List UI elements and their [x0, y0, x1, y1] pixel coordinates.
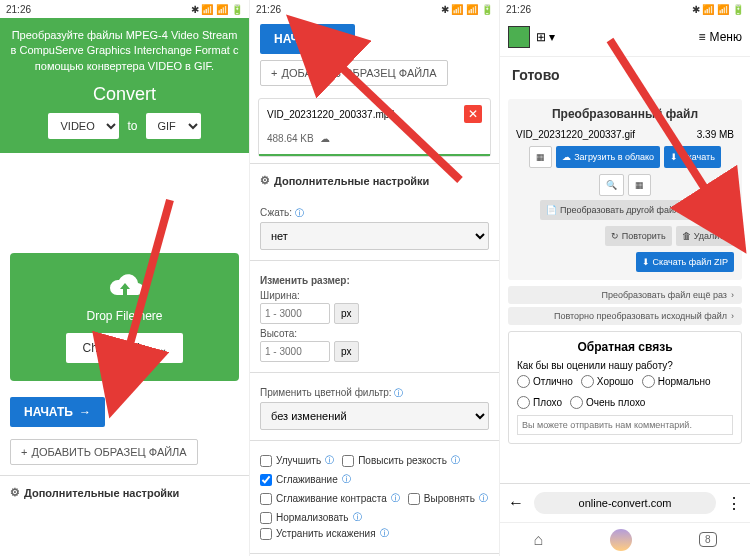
delete-button[interactable]: 🗑Удалить — [676, 226, 734, 246]
choose-file-label: Choose File — [82, 341, 146, 355]
width-input[interactable] — [260, 303, 330, 324]
height-input[interactable] — [260, 341, 330, 362]
extra-settings-label: Дополнительные настройки — [274, 175, 429, 187]
qr-icon: ▦ — [635, 180, 644, 190]
contrast-checkbox[interactable]: Сглаживание контрастаⓘ — [260, 492, 400, 505]
convert-other-button[interactable]: 📄Преобразовать другой файл в GIF — [540, 200, 710, 220]
rating-ok[interactable]: Нормально — [642, 375, 711, 388]
search-button[interactable]: 🔍 — [599, 174, 624, 196]
normalize-checkbox[interactable]: Нормализоватьⓘ — [260, 511, 489, 524]
antialias-checkbox[interactable]: Сглаживаниеⓘ — [260, 473, 489, 486]
screen-3: 21:26 ✱ 📶 📶 🔋 ⊞ ▾ ≡ Меню Готово Преобраз… — [500, 0, 750, 556]
filter-label: Применить цветной фильтр: ⓘ — [260, 387, 489, 400]
to-format-select[interactable]: GIF — [146, 113, 201, 139]
file-icon: 📄 — [546, 205, 557, 215]
clock: 21:26 — [506, 4, 531, 15]
result-file-name: VID_20231220_200337.gif — [516, 129, 635, 140]
app-header: ⊞ ▾ ≡ Меню — [500, 18, 750, 57]
clock: 21:26 — [256, 4, 281, 15]
start-label: НАЧАТЬ — [24, 405, 73, 419]
remove-file-button[interactable]: ✕ — [464, 105, 482, 123]
home-icon[interactable]: ⌂ — [533, 531, 543, 549]
to-label: to — [127, 119, 137, 133]
menu-button[interactable]: ≡ Меню — [699, 30, 742, 44]
filter-select[interactable]: без изменений — [260, 402, 489, 430]
app-logo[interactable] — [508, 26, 530, 48]
choose-file-button[interactable]: Choose File ⌄ — [66, 333, 182, 363]
compress-select[interactable]: нет — [260, 222, 489, 250]
rating-excellent[interactable]: Отлично — [517, 375, 573, 388]
arrow-right-icon: → — [329, 32, 341, 46]
drop-label: Drop File here — [20, 309, 229, 323]
chevron-right-icon: › — [731, 290, 734, 300]
px-unit: px — [334, 341, 359, 362]
height-label: Высота: — [260, 328, 489, 339]
info-icon[interactable]: ⓘ — [295, 208, 304, 218]
status-bar: 21:26 ✱ 📶 📶 🔋 — [250, 0, 499, 18]
cloud-upload-icon — [103, 271, 147, 303]
start-button[interactable]: НАЧАТЬ → — [260, 24, 355, 54]
resize-label: Изменить размер: — [260, 275, 489, 286]
download-icon: ⬇ — [670, 152, 678, 162]
gear-icon: ⚙ — [10, 486, 20, 499]
equalize-checkbox[interactable]: Выровнятьⓘ — [408, 492, 488, 505]
browser-nav: ⌂ 8 — [500, 522, 750, 556]
start-button[interactable]: НАЧАТЬ → — [10, 397, 105, 427]
rating-verybad[interactable]: Очень плохо — [570, 396, 645, 409]
repeat-button[interactable]: ↻Повторить — [605, 226, 672, 246]
feedback-title: Обратная связь — [517, 340, 733, 354]
url-field[interactable]: online-convert.com — [534, 492, 716, 514]
yandex-icon[interactable] — [610, 529, 632, 551]
extra-settings-label: Дополнительные настройки — [24, 487, 179, 499]
repeat-icon: ↻ — [611, 231, 619, 241]
browser-url-bar: ← online-convert.com ⋮ — [500, 483, 750, 522]
status-icons: ✱ 📶 📶 🔋 — [441, 4, 493, 15]
status-bar: 21:26 ✱ 📶 📶 🔋 — [500, 0, 750, 18]
arrow-right-icon: → — [79, 405, 91, 419]
status-icons: ✱ 📶 📶 🔋 — [692, 4, 744, 15]
add-sample-label: ДОБАВИТЬ ОБРАЗЕЦ ФАЙЛА — [281, 67, 436, 79]
download-button[interactable]: ⬇Скачать — [664, 146, 721, 168]
convert-again-link[interactable]: Преобразовать файл ещё раз› — [508, 286, 742, 304]
px-unit: px — [334, 303, 359, 324]
qr2-button[interactable]: ▦ — [628, 174, 651, 196]
clock: 21:26 — [6, 4, 31, 15]
convert-title: Convert — [8, 84, 241, 105]
back-icon[interactable]: ← — [508, 494, 524, 512]
header-green: Преобразуйте файлы MPEG-4 Video Stream в… — [0, 18, 249, 153]
rating-good[interactable]: Хорошо — [581, 375, 634, 388]
add-sample-button[interactable]: + ДОБАВИТЬ ОБРАЗЕЦ ФАЙЛА — [10, 439, 198, 465]
info-icon[interactable]: ⓘ — [394, 388, 403, 398]
hamburger-icon: ≡ — [699, 30, 706, 44]
width-label: Ширина: — [260, 290, 489, 301]
enhance-checkbox[interactable]: Улучшитьⓘ — [260, 454, 334, 467]
more-icon[interactable]: ⋮ — [726, 494, 742, 513]
grid-icon[interactable]: ⊞ ▾ — [536, 30, 555, 44]
from-format-select[interactable]: VIDEO — [48, 113, 119, 139]
tabs-button[interactable]: 8 — [699, 532, 717, 547]
rating-bad[interactable]: Плохо — [517, 396, 562, 409]
reconvert-source-link[interactable]: Повторно преобразовать исходный файл› — [508, 307, 742, 325]
upload-cloud-button[interactable]: ☁Загрузить в облако — [556, 146, 660, 168]
add-sample-button[interactable]: + ДОБАВИТЬ ОБРАЗЕЦ ФАЙЛА — [260, 60, 448, 86]
feedback-card: Обратная связь Как бы вы оценили нашу ра… — [508, 331, 742, 444]
chevron-right-icon: › — [731, 311, 734, 321]
add-sample-label: ДОБАВИТЬ ОБРАЗЕЦ ФАЙЛА — [31, 446, 186, 458]
description: Преобразуйте файлы MPEG-4 Video Stream в… — [8, 28, 241, 74]
chevron-down-icon: ⌄ — [159, 343, 167, 354]
result-card: Преобразованный файл VID_20231220_200337… — [508, 99, 742, 280]
feedback-comment[interactable] — [517, 415, 733, 435]
dropzone[interactable]: Drop File here Choose File ⌄ — [10, 253, 239, 381]
despeckle-checkbox[interactable]: Устранить искаженияⓘ — [260, 527, 489, 540]
menu-label: Меню — [710, 30, 742, 44]
gear-icon: ⚙ — [260, 174, 270, 187]
plus-icon: + — [271, 67, 277, 79]
file-item: VID_20231220_200337.mp4 ✕ 488.64 KB ☁ — [258, 98, 491, 157]
qr-button[interactable]: ▦ — [529, 146, 552, 168]
result-file-size: 3.39 MB — [697, 129, 734, 140]
start-label: НАЧАТЬ — [274, 32, 323, 46]
download-zip-button[interactable]: ⬇Скачать файл ZIP — [636, 252, 734, 272]
sharpen-checkbox[interactable]: Повысить резкостьⓘ — [342, 454, 460, 467]
cloud-up-icon: ☁ — [562, 152, 571, 162]
trash-icon: 🗑 — [682, 231, 691, 241]
